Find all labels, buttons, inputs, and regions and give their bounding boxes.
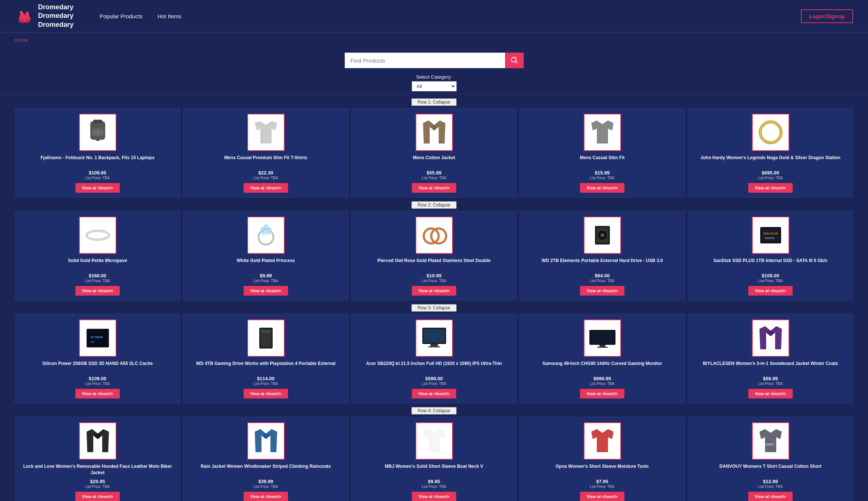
view-product-button[interactable]: View at <Insert> (412, 183, 457, 193)
product-name: Lock and Love Women's Removable Hooded F… (19, 463, 176, 477)
product-price: $22.30 (258, 170, 273, 176)
row-3-header: Row 3: Collapse (15, 304, 853, 312)
view-product-button[interactable]: View at <Insert> (748, 492, 793, 501)
search-button[interactable] (505, 53, 524, 68)
svg-rect-51 (599, 345, 605, 347)
product-card: BIYLACLESEN Women's 3-in-1 Snowboard Jac… (688, 314, 853, 403)
view-product-button[interactable]: View at <Insert> (412, 492, 457, 501)
product-card: LOGODANVOUY Womens T Shirt Casual Cotton… (688, 417, 853, 501)
nav-links: Popular Products Hot Items (100, 13, 790, 19)
product-price: $39.99 (258, 479, 273, 484)
product-image (247, 319, 285, 357)
product-list-price: List Price: TBA (422, 176, 446, 180)
view-product-button[interactable]: View at <Insert> (75, 389, 120, 398)
product-price: $15.99 (595, 170, 610, 176)
product-price: $29.95 (90, 479, 105, 484)
product-price: $695.00 (762, 170, 779, 176)
search-section (0, 47, 868, 72)
product-grid: Row 1: CollapseFjallraven - Foldsack No.… (0, 98, 868, 501)
product-image: SSD PLUSSanDisk (752, 217, 789, 254)
product-list-price: List Price: TBA (422, 382, 446, 386)
product-card: Fjallraven - Foldsack No. 1 Backpack, Fi… (15, 108, 180, 198)
product-list-price: List Price: TBA (758, 176, 783, 180)
product-card: Acer SB220Q bi 21.5 inches Full HD (1920… (351, 314, 517, 403)
product-image (584, 319, 621, 357)
product-price: $9.85 (428, 479, 440, 484)
search-input[interactable] (345, 53, 505, 68)
view-product-button[interactable]: View at <Insert> (244, 492, 288, 501)
view-product-button[interactable]: View at <Insert> (75, 286, 120, 296)
product-price: $55.99 (427, 170, 442, 176)
product-name: Mens Cotton Jacket (413, 155, 455, 168)
product-card: Samsung 49-Inch CHG90 144Hz Curved Gamin… (520, 314, 685, 403)
view-product-button[interactable]: View at <Insert> (580, 183, 625, 193)
login-signup-button[interactable]: Login/Signup (801, 9, 853, 23)
product-row-3: SP 256GBSSDSilicon Power 256GB SSD 3D NA… (15, 314, 853, 403)
product-price: $10.99 (427, 273, 442, 278)
svg-point-7 (20, 11, 23, 15)
product-list-price: List Price: TBA (85, 485, 110, 489)
product-row-2: Solid Gold Petite Micropave$168.00List P… (15, 211, 853, 300)
category-select[interactable]: All Electronics Clothing Jewelry Storage (412, 81, 457, 91)
product-list-price: List Price: TBA (254, 279, 278, 283)
view-product-button[interactable]: View at <Insert> (748, 389, 793, 398)
row-4-collapse-button[interactable]: Row 4: Collapse (411, 407, 457, 415)
nav-popular-products[interactable]: Popular Products (100, 13, 142, 19)
view-product-button[interactable]: View at <Insert> (580, 286, 625, 296)
svg-point-2 (25, 12, 29, 18)
row-1-collapse-button[interactable]: Row 1: Collapse (411, 98, 457, 106)
product-card: Mens Casual Slim Fit$15.99List Price: TB… (520, 108, 685, 198)
svg-marker-18 (591, 120, 614, 144)
product-list-price: List Price: TBA (85, 279, 110, 283)
brand-title: Dromedary Dromedary Dromedary (38, 3, 73, 29)
nav-hot-items[interactable]: Hot Items (157, 13, 181, 19)
view-product-button[interactable]: View at <Insert> (244, 286, 288, 296)
svg-rect-46 (424, 329, 445, 343)
row-1-header: Row 1: Collapse (15, 98, 853, 106)
navbar: Dromedary Dromedary Dromedary Popular Pr… (0, 0, 868, 33)
view-product-button[interactable]: View at <Insert> (75, 183, 120, 193)
svg-marker-59 (423, 429, 445, 452)
view-product-button[interactable]: View at <Insert> (748, 286, 793, 296)
category-section: Select Category: All Electronics Clothin… (0, 72, 868, 94)
svg-text:SP 256GB: SP 256GB (90, 336, 103, 338)
product-name: White Gold Plated Princess (236, 258, 295, 271)
breadcrumb-home[interactable]: Home (15, 37, 28, 43)
svg-marker-53 (759, 326, 782, 349)
product-list-price: List Price: TBA (422, 279, 446, 283)
row-2-collapse-button[interactable]: Row 2: Collapse (411, 201, 457, 209)
svg-marker-60 (591, 429, 614, 452)
product-list-price: List Price: TBA (590, 382, 615, 386)
svg-text:SanDisk: SanDisk (765, 237, 775, 239)
row-3-collapse-button[interactable]: Row 3: Collapse (411, 304, 457, 312)
svg-rect-47 (430, 344, 438, 346)
product-image (416, 319, 453, 357)
product-card: Solid Gold Petite Micropave$168.00List P… (15, 211, 180, 300)
product-list-price: List Price: TBA (254, 485, 278, 489)
view-product-button[interactable]: View at <Insert> (75, 492, 120, 501)
product-price: $64.00 (595, 273, 610, 278)
view-product-button[interactable]: View at <Insert> (412, 286, 457, 296)
product-list-price: List Price: TBA (758, 485, 783, 489)
product-name: WD 2TB Elements Portable External Hard D… (542, 258, 663, 271)
product-list-price: List Price: TBA (590, 279, 615, 283)
view-product-button[interactable]: View at <Insert> (412, 389, 457, 398)
view-product-button[interactable]: View at <Insert> (748, 183, 793, 193)
product-list-price: List Price: TBA (758, 382, 783, 386)
product-name: Samsung 49-Inch CHG90 144Hz Curved Gamin… (542, 360, 662, 374)
brand-logo[interactable]: Dromedary Dromedary Dromedary (15, 3, 73, 29)
product-price: $109.95 (89, 170, 106, 176)
product-price: $999.99 (593, 376, 611, 381)
view-product-button[interactable]: View at <Insert> (580, 492, 625, 501)
breadcrumb: Home (0, 33, 868, 47)
view-product-button[interactable]: View at <Insert> (244, 389, 288, 398)
svg-point-33 (601, 233, 604, 237)
product-image (247, 217, 285, 254)
view-product-button[interactable]: View at <Insert> (580, 389, 625, 398)
product-name: BIYLACLESEN Women's 3-in-1 Snowboard Jac… (703, 360, 838, 374)
category-label: Select Category: (416, 74, 452, 80)
view-product-button[interactable]: View at <Insert> (244, 183, 288, 193)
product-card: SSD PLUSSanDiskSanDisk SSD PLUS 1TB Inte… (688, 211, 853, 300)
product-name: Rain Jacket Women Windbreaker Striped Cl… (201, 463, 331, 477)
product-name: John Hardy Women's Legends Naga Gold & S… (701, 155, 840, 168)
